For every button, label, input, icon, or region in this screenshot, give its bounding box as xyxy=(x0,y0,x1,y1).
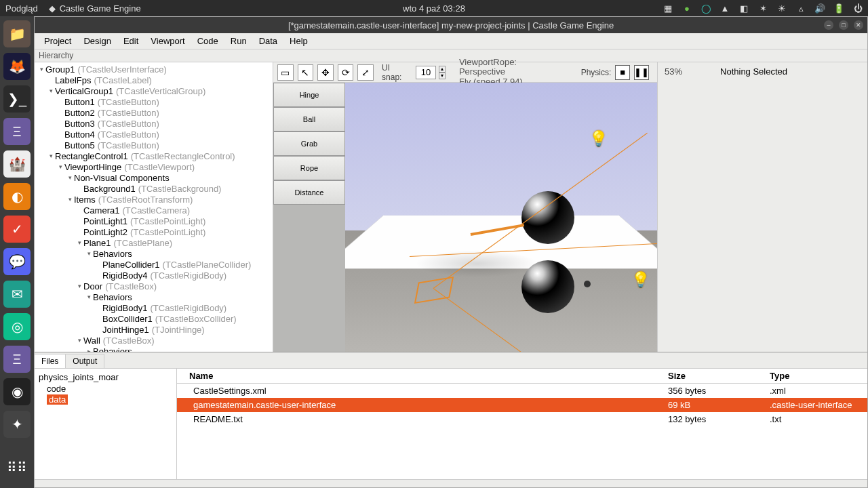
network-icon[interactable]: ▵ xyxy=(796,3,806,13)
tree-node[interactable]: ▾Plane1(TCastlePlane) xyxy=(35,237,273,248)
dir-root[interactable]: physics_joints_moar xyxy=(37,371,174,383)
tree-node[interactable]: ▾Items(TCastleRootTransform) xyxy=(35,194,273,205)
tree-node[interactable]: Button3(TCastleButton) xyxy=(35,118,273,129)
file-row[interactable]: CastleSettings.xml356 bytes.xml xyxy=(177,384,867,398)
file-row[interactable]: gamestatemain.castle-user-interface69 kB… xyxy=(177,398,867,412)
menu-run[interactable]: Run xyxy=(225,34,252,48)
tree-expander-icon[interactable]: ▾ xyxy=(75,337,83,344)
tree-expander-icon[interactable]: ▾ xyxy=(56,163,64,170)
dock-discord[interactable]: 💬 xyxy=(3,248,31,275)
tree-node[interactable]: PointLight1(TCastlePointLight) xyxy=(35,216,273,226)
vp-button-hinge[interactable]: Hinge xyxy=(273,83,345,107)
dock-thunderbird[interactable]: ✉ xyxy=(3,281,31,308)
col-name[interactable]: Name xyxy=(177,369,664,383)
battery-icon[interactable]: 🔋 xyxy=(834,3,844,13)
tree-expander-icon[interactable]: ▾ xyxy=(37,66,45,73)
uisnap-input[interactable] xyxy=(416,66,436,79)
tree-node[interactable]: ▾Behaviors xyxy=(35,248,273,259)
uisnap-up[interactable]: ▲ xyxy=(439,66,446,73)
tree-node[interactable]: RigidBody1(TCastleRigidBody) xyxy=(35,302,273,313)
tab-output[interactable]: Output xyxy=(66,354,104,368)
maximize-button[interactable]: □ xyxy=(839,20,848,30)
hierarchy-tree[interactable]: ▾Group1(TCastleUserInterface)LabelFps(TC… xyxy=(35,62,273,352)
vp-button-rope[interactable]: Rope xyxy=(273,156,345,180)
tray-icon[interactable]: ◯ xyxy=(701,3,711,13)
vp-button-ball[interactable]: Ball xyxy=(273,107,345,131)
tree-node[interactable]: ▾Wall(TCastleBox) xyxy=(35,335,273,346)
minimize-button[interactable]: – xyxy=(824,20,833,30)
tree-node[interactable]: ▸Behaviors xyxy=(35,346,273,352)
tree-node[interactable]: ▾RectangleControl1(TCastleRectangleContr… xyxy=(35,150,273,161)
file-list-header[interactable]: Name Size Type xyxy=(177,369,867,384)
menu-design[interactable]: Design xyxy=(78,34,116,48)
dock-firefox[interactable]: 🦊 xyxy=(3,53,31,80)
directory-tree[interactable]: physics_joints_moar code data xyxy=(35,369,177,479)
dock-cge[interactable]: 🏰 xyxy=(3,150,31,178)
dock-todoist[interactable]: ✓ xyxy=(3,216,31,243)
dock-emacs[interactable]: Ξ xyxy=(3,118,31,145)
menu-help[interactable]: Help xyxy=(284,34,313,48)
tree-expander-icon[interactable]: ▾ xyxy=(85,293,93,300)
tree-node[interactable]: Button5(TCastleButton) xyxy=(35,140,273,150)
light-gizmo-icon[interactable]: 💡 xyxy=(589,130,608,148)
tool-cursor[interactable]: ↖ xyxy=(298,64,314,81)
tool-scale[interactable]: ⤢ xyxy=(357,64,374,81)
tree-node[interactable]: RigidBody4(TCastleRigidBody) xyxy=(35,270,273,281)
tray-icon[interactable]: ◧ xyxy=(739,3,749,13)
tool-rotate[interactable]: ⟳ xyxy=(338,64,354,81)
tool-move[interactable]: ✥ xyxy=(317,64,334,81)
dock-app[interactable]: Ξ xyxy=(3,346,31,373)
tree-expander-icon[interactable]: ▾ xyxy=(85,250,93,257)
file-row[interactable]: README.txt132 bytes.txt xyxy=(177,412,867,426)
vp-button-grab[interactable]: Grab xyxy=(273,131,345,156)
tree-node[interactable]: PointLight2(TCastlePointLight) xyxy=(35,226,273,237)
dock-blender[interactable]: ◐ xyxy=(3,183,31,210)
tree-node[interactable]: BoxCollider1(TCastleBoxCollider) xyxy=(35,313,273,324)
col-type[interactable]: Type xyxy=(766,369,867,383)
close-button[interactable]: ✕ xyxy=(854,20,863,30)
tree-expander-icon[interactable]: ▾ xyxy=(47,152,55,159)
dock-files[interactable]: 📁 xyxy=(3,20,31,47)
menu-edit[interactable]: Edit xyxy=(118,34,144,48)
tree-node[interactable]: ▾Group1(TCastleUserInterface) xyxy=(35,64,273,75)
tree-node[interactable]: ▾Behaviors xyxy=(35,291,273,302)
menu-viewport[interactable]: Viewport xyxy=(145,34,190,48)
dock-apps-grid[interactable]: ⠿⠿ xyxy=(3,454,31,481)
physics-pause-button[interactable]: ❚❚ xyxy=(634,65,649,80)
tree-node[interactable]: ▾Door(TCastleBox) xyxy=(35,281,273,291)
tray-icon[interactable]: ● xyxy=(682,3,692,13)
tree-node[interactable]: Button1(TCastleButton) xyxy=(35,96,273,107)
menu-project[interactable]: Project xyxy=(39,34,77,48)
volume-icon[interactable]: 🔊 xyxy=(815,3,825,13)
light-gizmo-icon[interactable]: 💡 xyxy=(631,271,650,289)
tree-node[interactable]: JointHinge1(TJointHinge) xyxy=(35,324,273,335)
dock-terminal[interactable]: ❯_ xyxy=(3,85,31,113)
tree-node[interactable]: ▾ViewportHinge(TCastleViewport) xyxy=(35,161,273,172)
physics-stop-button[interactable]: ■ xyxy=(615,65,630,80)
tray-icon[interactable]: ☀ xyxy=(777,3,787,13)
menu-data[interactable]: Data xyxy=(254,34,283,48)
dir-code[interactable]: code xyxy=(37,383,174,394)
tree-expander-icon[interactable]: ▾ xyxy=(75,283,83,289)
tree-node[interactable]: LabelFps(TCastleLabel) xyxy=(35,75,273,85)
menu-code[interactable]: Code xyxy=(192,34,224,48)
tree-node[interactable]: ▾Non-Visual Components xyxy=(35,172,273,183)
dock-app2[interactable]: ✦ xyxy=(3,411,31,438)
tray-icon[interactable]: ✶ xyxy=(758,3,768,13)
tree-node[interactable]: ▾VerticalGroup1(TCastleVerticalGroup) xyxy=(35,85,273,96)
col-size[interactable]: Size xyxy=(664,369,766,383)
dock-element[interactable]: ◎ xyxy=(3,313,31,340)
tab-files[interactable]: Files xyxy=(35,354,66,368)
tree-node[interactable]: Camera1(TCastleCamera) xyxy=(35,205,273,216)
tree-node[interactable]: Button4(TCastleButton) xyxy=(35,129,273,140)
uisnap-down[interactable]: ▼ xyxy=(439,73,446,79)
power-icon[interactable]: ⏻ xyxy=(853,3,863,13)
tree-expander-icon[interactable]: ▾ xyxy=(66,174,74,181)
tree-expander-icon[interactable]: ▾ xyxy=(75,239,83,246)
vp-button-distance[interactable]: Distance xyxy=(273,180,345,205)
dock-obs[interactable]: ◉ xyxy=(3,378,31,405)
tree-node[interactable]: Background1(TCastleBackground) xyxy=(35,183,273,194)
tray-icon[interactable]: ▲ xyxy=(720,3,730,13)
viewport-3d-canvas[interactable]: 💡 💡 xyxy=(345,83,657,352)
dir-data[interactable]: data xyxy=(47,394,68,405)
